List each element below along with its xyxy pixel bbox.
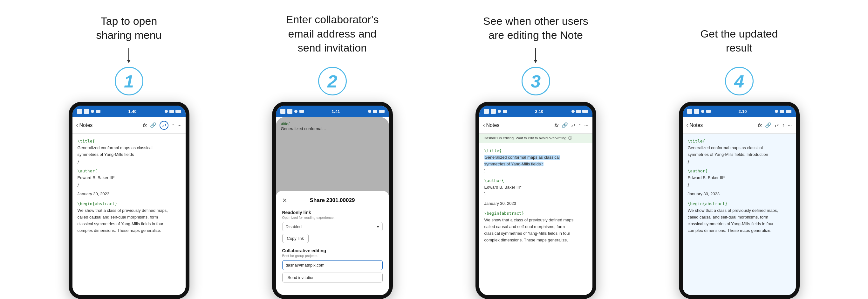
share-readonly-title: Readonly link <box>282 210 383 215</box>
step-1-toolbar-title: Notes <box>80 122 93 128</box>
share-icon-4[interactable]: ⇄ <box>775 122 779 128</box>
status-icon-3-2 <box>491 109 496 114</box>
step-3-number: 3 <box>522 67 550 95</box>
step-3-toolbar: ‹ Notes fx 🔗 ⇄ ↑ ··· <box>479 117 592 133</box>
status-wifi-3 <box>576 110 581 113</box>
step-4-header: Get the updated result <box>701 9 778 60</box>
link-icon-1[interactable]: 🔗 <box>150 122 156 128</box>
share-collab-title: Collaborative editing <box>282 248 383 253</box>
status-icon-2-4 <box>300 110 304 113</box>
share-dialog-title: Share 2301.00029 <box>310 197 355 204</box>
status-icons-left-4 <box>687 109 711 114</box>
note-block-4-2: \author{ Edward B. Baker III* } <box>688 168 791 188</box>
step-3-phone: 2:10 ‹ Notes fx 🔗 <box>475 102 596 299</box>
step-1-screen: 1:40 ‹ Notes fx 🔗 <box>72 106 186 295</box>
note-abstract-text-1: We show that a class of previously defin… <box>78 208 168 233</box>
step-1-back[interactable]: ‹ Notes <box>76 122 93 128</box>
share-readonly-sub: Optimized for reading experience. <box>282 216 383 219</box>
note-abstract-3: \begin{abstract} <box>485 211 524 216</box>
note-abstract-1: \begin{abstract} <box>78 201 117 206</box>
step-2-number: 2 <box>318 67 347 95</box>
status-icon-2-2 <box>287 109 292 114</box>
share-icon-1[interactable]: ⇄ <box>160 121 168 130</box>
share-icon-3[interactable]: ⇄ <box>571 122 575 128</box>
note-date-3: January 30, 2023 <box>485 201 516 206</box>
step-1-status-bar: 1:40 <box>72 106 186 117</box>
note-close-1: } <box>78 159 79 163</box>
upload-icon-1[interactable]: ↑ <box>172 122 174 128</box>
share-dialog: ✕ Share 2301.00029 Readonly link Optimiz… <box>276 117 389 295</box>
share-select-value: Disabled <box>286 224 302 229</box>
note-abstract-text-3: We show that a class of previously defin… <box>485 217 575 242</box>
formula-icon-3[interactable]: fx <box>555 123 558 128</box>
step-4-status-bar: 2:10 <box>683 106 796 117</box>
step-1-phone: 1:40 ‹ Notes fx 🔗 <box>69 102 189 299</box>
status-battery-1 <box>176 110 181 113</box>
step-1-number: 1 <box>115 67 143 95</box>
share-close-icon[interactable]: ✕ <box>282 197 287 204</box>
status-signal-4 <box>775 110 778 113</box>
step-3-toolbar-title: Notes <box>486 122 500 128</box>
send-invitation-button[interactable]: Send invitation <box>282 273 383 282</box>
step-3-title: See when other users are editing the Not… <box>483 14 588 42</box>
note-block-1-3: January 30, 2023 <box>78 191 181 198</box>
step-2-phone: 1:41 \title{ Generalized conformal... <box>272 102 393 299</box>
step-4-toolbar-actions: fx 🔗 ⇄ ↑ ··· <box>758 122 792 128</box>
note-command-1: \title{ <box>78 139 95 144</box>
step-4-toolbar-title: Notes <box>690 122 703 128</box>
step-3-arrow <box>535 48 536 60</box>
note-abstract-text-4: We show that a class of previously defin… <box>688 208 778 233</box>
note-date-1: January 30, 2023 <box>78 191 109 196</box>
step-3-note-content: \title{ Generalized conformal maps as cl… <box>479 143 592 295</box>
note-close-2: } <box>78 182 79 187</box>
note-command-4-2: \author{ <box>688 169 708 173</box>
status-battery-4 <box>786 110 792 113</box>
step-1-container: Tap to open sharing menu 1 1:40 <box>37 9 221 299</box>
upload-icon-4[interactable]: ↑ <box>782 122 784 128</box>
status-icons-right-2 <box>368 110 384 113</box>
formula-icon-4[interactable]: fx <box>758 123 762 128</box>
step-1-time: 1:40 <box>128 109 136 114</box>
note-date-4: January 30, 2023 <box>688 191 720 196</box>
step-1-toolbar: ‹ Notes fx 🔗 ⇄ ↑ ··· <box>72 117 186 133</box>
step-2-status-bar: 1:41 <box>276 106 389 117</box>
share-select-dropdown[interactable]: Disabled ▾ <box>282 222 383 231</box>
step-3-container: See when other users are editing the Not… <box>444 9 628 299</box>
step-3-header: See when other users are editing the Not… <box>483 9 588 60</box>
chevron-down-icon: ▾ <box>377 224 379 229</box>
link-icon-4[interactable]: 🔗 <box>765 122 771 128</box>
note-text-1: Generalized conformal maps as classicals… <box>78 145 153 157</box>
status-wifi-1 <box>169 110 174 113</box>
editing-notice: Dasha01 is editing. Wait to edit to avoi… <box>479 133 592 143</box>
upload-icon-3[interactable]: ↑ <box>579 122 581 128</box>
share-readonly-section: Readonly link Optimized for reading expe… <box>282 210 383 243</box>
more-icon-1[interactable]: ··· <box>177 122 182 128</box>
email-input[interactable] <box>282 260 383 270</box>
note-block-1-2: \author{ Edward B. Baker III* } <box>78 168 181 188</box>
step-2-header: Enter collaborator's email address and s… <box>286 9 379 60</box>
formula-icon-1[interactable]: fx <box>143 123 147 128</box>
note-text-2: Edward B. Baker III* <box>78 175 115 180</box>
status-icon-4 <box>96 110 100 113</box>
link-icon-3[interactable]: 🔗 <box>562 122 568 128</box>
status-icon-4-2 <box>694 109 699 114</box>
status-icon-4-4 <box>706 110 711 113</box>
step-3-back[interactable]: ‹ Notes <box>483 122 500 128</box>
status-icon-3-3 <box>498 110 501 113</box>
step-4-back[interactable]: ‹ Notes <box>686 122 703 128</box>
more-icon-4[interactable]: ··· <box>787 122 792 128</box>
step-4-phone: 2:10 ‹ Notes fx 🔗 <box>679 102 800 299</box>
status-icon-2-3 <box>294 110 298 113</box>
step-2-content-area: \title{ Generalized conformal... ✕ Share… <box>276 117 389 295</box>
step-1-header: Tap to open sharing menu <box>96 9 161 60</box>
status-wifi-2 <box>373 110 377 113</box>
note-close-4-2: } <box>688 182 689 187</box>
step-1-title: Tap to open sharing menu <box>96 14 161 42</box>
status-icon-2-1 <box>280 109 285 114</box>
more-icon-3[interactable]: ··· <box>584 122 588 128</box>
share-collab-section: Collaborative editing Best for group pro… <box>282 248 383 282</box>
note-text-3-2: Edward B. Baker III* <box>485 185 522 189</box>
step-1-arrow <box>128 48 129 60</box>
copy-link-button[interactable]: Copy link <box>282 234 309 243</box>
status-icons-left-2 <box>280 109 304 114</box>
